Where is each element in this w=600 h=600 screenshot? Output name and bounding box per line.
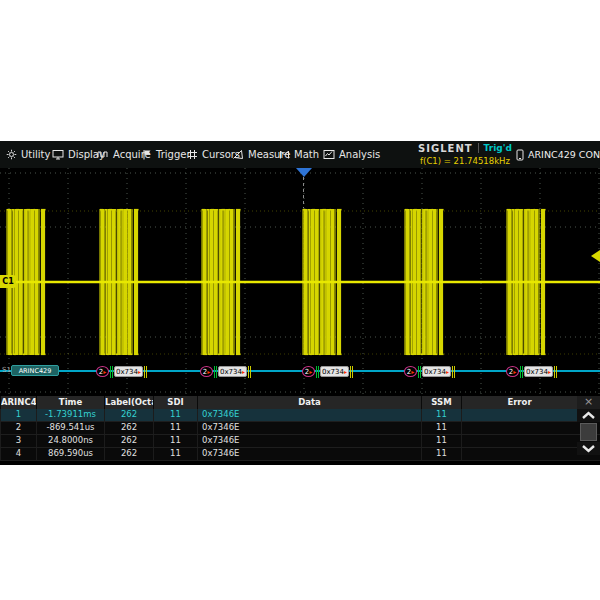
truncation-arrow-icon: ▸ bbox=[411, 369, 414, 375]
table-cell bbox=[461, 448, 577, 460]
menu-item-math[interactable]: Math bbox=[279, 141, 319, 168]
arinc429-config-button[interactable]: ARINC429 CONFIG bbox=[516, 141, 600, 168]
ssm-bracket-icon bbox=[144, 366, 147, 378]
data-bubble: 0x734▸ bbox=[218, 366, 247, 377]
data-bubble: 0x734▸ bbox=[422, 366, 451, 377]
trigger-status-badge: Trig'd bbox=[484, 143, 512, 153]
truncation-arrow-icon: ▸ bbox=[344, 369, 347, 375]
table-cell: 11 bbox=[421, 422, 461, 434]
column-header-data: Data bbox=[197, 396, 421, 409]
decode-table: ARINC429TimeLabel(Octal)SDIDataSSMError … bbox=[0, 396, 600, 461]
truncation-arrow-icon: ▸ bbox=[103, 369, 106, 375]
divider bbox=[478, 143, 479, 153]
decode-bubble: 2▸0x734▸ bbox=[506, 365, 558, 378]
column-header-label-octal-: Label(Octal) bbox=[104, 396, 153, 409]
table-cell: 11 bbox=[153, 409, 197, 421]
ssm-bracket-icon bbox=[452, 366, 455, 378]
table-row[interactable]: 4869.590us262110x7346E11 bbox=[0, 448, 600, 461]
math-icon bbox=[279, 149, 290, 160]
menu-item-label: Utility bbox=[21, 149, 50, 160]
label-bubble: 2▸ bbox=[404, 366, 417, 377]
table-cell bbox=[461, 422, 577, 434]
label-bubble: 2▸ bbox=[506, 366, 519, 377]
table-cell: 262 bbox=[104, 422, 153, 434]
bus-id-label: S1 bbox=[2, 366, 11, 374]
table-cell bbox=[461, 409, 577, 421]
table-cell: 2 bbox=[0, 422, 36, 434]
table-cell: 262 bbox=[104, 435, 153, 447]
table-cell bbox=[461, 435, 577, 447]
bus-name-badge[interactable]: ARINC429 bbox=[11, 365, 59, 376]
table-row[interactable]: 2-869.541us262110x7346E11 bbox=[0, 422, 600, 435]
ssm-bracket-icon bbox=[554, 366, 557, 378]
scroll-down-button[interactable] bbox=[577, 442, 600, 455]
cursors-icon bbox=[187, 149, 198, 160]
menu-item-analysis[interactable]: Analysis bbox=[323, 141, 380, 168]
trigger-flag-icon bbox=[142, 149, 152, 160]
column-header-ssm: SSM bbox=[421, 396, 461, 409]
ssm-bracket-icon bbox=[248, 366, 251, 378]
data-bubble: 0x734▸ bbox=[114, 366, 143, 377]
oscilloscope-screen-page: SIGLENT Trig'd f(C1) = 21.74518kHz ARINC… bbox=[0, 0, 600, 600]
truncation-arrow-icon: ▸ bbox=[242, 369, 245, 375]
tablet-icon bbox=[516, 149, 524, 161]
table-cell: 0x7346E bbox=[197, 422, 421, 434]
channel-1-badge[interactable]: C1 bbox=[0, 275, 16, 288]
waveform-grid: C1 S1 ARINC429 2▸0x734▸2▸0x734▸2▸0x734▸2… bbox=[0, 168, 600, 396]
ssm-bracket-icon bbox=[350, 366, 353, 378]
data-bubble: 0x734▸ bbox=[524, 366, 553, 377]
trigger-position-icon[interactable] bbox=[296, 168, 312, 177]
table-cell: 0x7346E bbox=[197, 409, 421, 421]
label-bubble: 2▸ bbox=[200, 366, 213, 377]
table-header-row: ARINC429TimeLabel(Octal)SDIDataSSMError bbox=[0, 396, 600, 409]
sdi-bracket-icon bbox=[418, 366, 421, 378]
table-cell: 11 bbox=[153, 435, 197, 447]
siglent-logo: SIGLENT bbox=[418, 143, 473, 154]
menu-bar: SIGLENT Trig'd f(C1) = 21.74518kHz ARINC… bbox=[0, 141, 600, 169]
acquire-icon bbox=[97, 149, 109, 160]
table-cell: -869.541us bbox=[36, 422, 104, 434]
table-cell: 11 bbox=[153, 422, 197, 434]
sdi-bracket-icon bbox=[214, 366, 217, 378]
decode-bubble: 2▸0x734▸ bbox=[404, 365, 456, 378]
gear-icon bbox=[6, 149, 17, 160]
table-cell: 262 bbox=[104, 409, 153, 421]
table-cell: 0x7346E bbox=[197, 435, 421, 447]
scroll-up-button[interactable] bbox=[577, 409, 600, 422]
sdi-bracket-icon bbox=[316, 366, 319, 378]
table-cell: 11 bbox=[153, 448, 197, 460]
trigger-level-icon[interactable] bbox=[591, 250, 600, 262]
analysis-icon bbox=[323, 149, 335, 160]
menu-item-label: Analysis bbox=[339, 149, 380, 160]
truncation-arrow-icon: ▸ bbox=[207, 369, 210, 375]
truncation-arrow-icon: ▸ bbox=[548, 369, 551, 375]
data-bubble: 0x734▸ bbox=[320, 366, 349, 377]
config-button-label: ARINC429 CONFIG bbox=[528, 149, 600, 160]
menu-item-trigger[interactable]: Trigger bbox=[142, 141, 191, 168]
table-row[interactable]: 1-1.73911ms262110x7346E11 bbox=[0, 409, 600, 422]
decode-bubble: 2▸0x734▸ bbox=[200, 365, 252, 378]
table-cell: 24.8000ns bbox=[36, 435, 104, 447]
truncation-arrow-icon: ▸ bbox=[309, 369, 312, 375]
table-cell: 11 bbox=[421, 448, 461, 460]
label-bubble: 2▸ bbox=[96, 366, 109, 377]
decode-bubble: 2▸0x734▸ bbox=[302, 365, 354, 378]
decode-bubble: 2▸0x734▸ bbox=[96, 365, 148, 378]
column-header-sdi: SDI bbox=[153, 396, 197, 409]
sdi-bracket-icon bbox=[110, 366, 113, 378]
truncation-arrow-icon: ▸ bbox=[513, 369, 516, 375]
close-icon[interactable]: × bbox=[577, 396, 600, 409]
scrollbar-thumb[interactable] bbox=[580, 423, 597, 441]
table-cell: 11 bbox=[421, 435, 461, 447]
column-header-error: Error bbox=[461, 396, 577, 409]
status-block: SIGLENT Trig'd f(C1) = 21.74518kHz bbox=[415, 141, 515, 168]
menu-item-label: Math bbox=[294, 149, 319, 160]
table-scroll-column: × bbox=[577, 396, 600, 455]
truncation-arrow-icon: ▸ bbox=[138, 369, 141, 375]
table-cell: 1 bbox=[0, 409, 36, 421]
table-row[interactable]: 324.8000ns262110x7346E11 bbox=[0, 435, 600, 448]
scope-display: SIGLENT Trig'd f(C1) = 21.74518kHz ARINC… bbox=[0, 141, 600, 465]
menu-item-label: Trigger bbox=[156, 149, 191, 160]
menu-item-utility[interactable]: Utility bbox=[6, 141, 50, 168]
table-body: 1-1.73911ms262110x7346E112-869.541us2621… bbox=[0, 409, 600, 461]
